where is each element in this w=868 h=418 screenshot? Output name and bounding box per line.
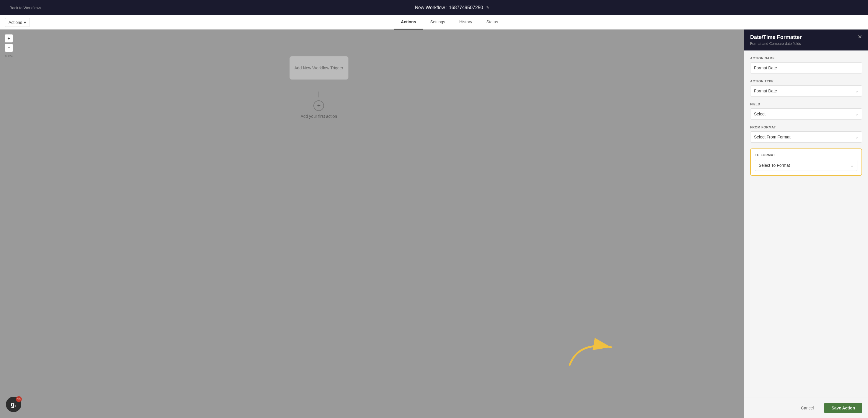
add-action-circle-button[interactable]: + — [313, 100, 324, 111]
panel-subtitle: Format and Compare date fields — [750, 42, 802, 46]
panel-header-text: Date/Time Formatter Format and Compare d… — [750, 34, 802, 46]
workflow-title: New Workflow : 1687749507250 ✎ — [41, 5, 863, 10]
action-type-label: ACTION TYPE — [750, 79, 862, 83]
field-select-wrapper: Select — [750, 108, 862, 120]
workflow-canvas: + − 100% Add New Workflow Trigger + Add … — [0, 30, 744, 418]
actions-dropdown-button[interactable]: Actions ▾ — [5, 18, 30, 27]
panel-footer: Cancel Save Action — [744, 398, 868, 418]
action-type-group: ACTION TYPE Format Date — [750, 79, 862, 97]
top-bar: ← Back to Workflows New Workflow : 16877… — [0, 0, 868, 15]
panel-title: Date/Time Formatter — [750, 34, 802, 40]
add-action-label: Add your first action — [301, 114, 337, 119]
workflow-trigger-box[interactable]: Add New Workflow Trigger — [289, 56, 348, 80]
main-layout: + − 100% Add New Workflow Trigger + Add … — [0, 30, 868, 418]
cancel-button[interactable]: Cancel — [794, 403, 821, 413]
zoom-out-button[interactable]: − — [5, 44, 13, 52]
edit-title-icon[interactable]: ✎ — [486, 5, 490, 10]
zoom-level: 100% — [5, 54, 13, 58]
action-name-input[interactable] — [750, 62, 862, 73]
action-name-label: ACTION NAME — [750, 56, 862, 60]
save-action-button[interactable]: Save Action — [824, 403, 862, 413]
field-select[interactable]: Select — [750, 108, 862, 120]
field-label: FIELD — [750, 102, 862, 106]
panel-body: ACTION NAME ACTION TYPE Format Date FIEL… — [744, 51, 868, 398]
avatar: g. 13 — [6, 397, 21, 412]
tabs-container: Actions Settings History Status — [36, 15, 863, 30]
from-format-select-wrapper: Select From Format — [750, 131, 862, 142]
to-format-label: TO FORMAT — [755, 153, 857, 157]
chevron-down-icon: ▾ — [24, 20, 26, 25]
action-name-group: ACTION NAME — [750, 56, 862, 73]
tab-status[interactable]: Status — [479, 15, 505, 30]
from-format-group: FROM FORMAT Select From Format — [750, 125, 862, 142]
add-action-container: + Add your first action — [301, 92, 337, 119]
avatar-container[interactable]: g. 13 — [6, 397, 21, 412]
tab-actions[interactable]: Actions — [394, 15, 423, 30]
notification-badge: 13 — [16, 396, 22, 402]
action-type-select[interactable]: Format Date — [750, 85, 862, 97]
to-format-highlighted-group: TO FORMAT Select To Format — [750, 149, 862, 175]
from-format-select[interactable]: Select From Format — [750, 131, 862, 142]
from-format-label: FROM FORMAT — [750, 125, 862, 129]
tab-settings[interactable]: Settings — [423, 15, 453, 30]
tabs-bar: Actions ▾ Actions Settings History Statu… — [0, 15, 868, 30]
to-format-select-wrapper: Select To Format — [755, 160, 857, 171]
back-to-workflows[interactable]: ← Back to Workflows — [5, 6, 41, 10]
zoom-controls: + − 100% — [5, 34, 13, 58]
right-panel: Date/Time Formatter Format and Compare d… — [744, 30, 868, 418]
field-group: FIELD Select — [750, 102, 862, 120]
connector-line — [318, 92, 319, 97]
panel-header: Date/Time Formatter Format and Compare d… — [744, 30, 868, 51]
action-type-select-wrapper: Format Date — [750, 85, 862, 97]
arrow-annotation — [561, 324, 620, 371]
tab-history[interactable]: History — [452, 15, 479, 30]
to-format-select[interactable]: Select To Format — [755, 160, 857, 171]
zoom-in-button[interactable]: + — [5, 34, 13, 42]
close-panel-button[interactable]: ✕ — [858, 34, 862, 39]
